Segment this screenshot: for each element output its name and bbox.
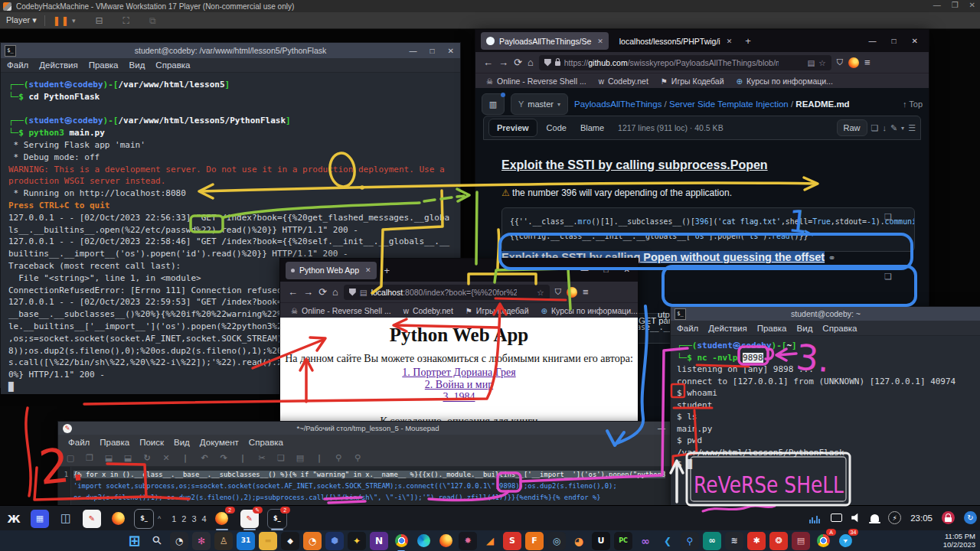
tab-localhost-phptwig[interactable]: localhost/lesson5/PHPTwig/i ✕ [614,32,737,50]
new-tab-button[interactable]: + [384,265,390,276]
menu-view[interactable]: Вид [129,60,145,70]
download-icon[interactable]: ↓ [882,123,887,132]
tab-code[interactable]: Code [541,123,573,132]
copy-raw-icon[interactable]: ❏ [871,123,879,133]
search-replace-icon[interactable]: ⚲ [351,452,364,465]
paste-icon[interactable]: ▤ [294,452,306,465]
keepass-lock-icon[interactable] [942,511,955,524]
home-icon[interactable]: ⌂ [528,57,534,68]
davinci-icon[interactable]: ✸ [459,532,477,550]
maximize-icon[interactable]: □ [892,37,897,45]
slack-icon[interactable]: ✻ [192,532,211,550]
visual-studio-icon[interactable]: ∞ [636,532,655,550]
menu-help[interactable]: Справка [822,324,857,333]
vscode-icon[interactable]: ❮ [658,532,677,550]
save-file-icon[interactable]: ⬓ [103,452,115,465]
firefox-account-icon[interactable] [848,57,859,68]
bookmark-star-icon[interactable]: ☆ [818,58,825,67]
edit-pencil-icon[interactable]: ✎ [890,123,897,133]
mousepad-editor[interactable]: 1 {% for x in ().__class__.__base__.__su… [58,467,678,508]
fullscreen-icon[interactable]: ⛶ [122,15,129,26]
bookmark-games[interactable]: ⚑Игры Кодебай [661,77,724,86]
terminal1-titlebar[interactable]: $_ student@codeby: /var/www/html/lesson5… [1,43,460,58]
app-menu-icon[interactable]: ≡ [583,286,589,298]
github-heading-subprocess-popen[interactable]: Exploit the SSTI by calling subprocess.P… [501,158,768,172]
save-as-icon[interactable]: ⬓ [122,452,134,465]
display-icon[interactable] [831,514,842,522]
assistant-icon[interactable]: ♙ [214,532,233,550]
telegram-icon[interactable]: 34 [836,532,854,550]
shotcut-icon[interactable]: S [503,532,521,550]
unreal-icon[interactable]: U [592,532,610,550]
carrot-icon[interactable]: ◢ [481,532,499,550]
new-tab-button[interactable]: + [745,35,751,47]
vmware-minimize-button[interactable]: — [933,1,941,9]
volume-icon[interactable] [851,513,861,523]
gauge-icon[interactable]: ◔ [170,532,188,550]
f-app-icon[interactable]: F [525,532,544,550]
start-icon[interactable]: ⊞ [126,532,144,550]
menu-help[interactable]: Справка [249,438,283,447]
chrome-profile-icon[interactable]: A [814,532,832,550]
mousepad-text[interactable]: {% for x in ().__class__.__base__.__subc… [74,469,678,508]
back-icon[interactable]: ← [288,286,298,298]
url-bar[interactable]: ▤ localhost:8080/index?book={%%20for%20x… [344,285,550,300]
unity-mode-icon[interactable]: ⊟ [95,15,103,26]
gear-red-1-icon[interactable]: ✱ [747,532,766,550]
terminal2-output[interactable]: ┌──(student㉿codeby)-[~]└─$ nc -nvlp 9898… [671,336,980,510]
menu-search[interactable]: Поиск [139,438,164,447]
branch-selector-button[interactable]: Y master ▾ [511,93,568,115]
tab-preview[interactable]: Preview [488,119,537,137]
arrows-icon[interactable]: ✦ [348,532,366,550]
undo-icon[interactable]: ↶ [198,452,211,465]
obsidian-icon[interactable]: ◆ [281,532,299,550]
back-to-top-link[interactable]: ↑ Top [903,99,923,109]
workspace-3[interactable]: 3 [191,514,196,523]
pocket-icon[interactable]: ⛉ [837,57,843,67]
reload-file-icon[interactable]: ↻ [141,452,153,465]
menu-view[interactable]: Вид [174,438,190,447]
minimize-icon[interactable]: — [581,266,589,274]
menu-actions[interactable]: Действия [708,324,746,333]
pause-caret[interactable]: ▾ [72,17,76,24]
anchor-link-icon[interactable]: ⚭ [828,253,836,263]
blender-icon[interactable]: ◕ [570,532,588,550]
reload-icon[interactable]: ⟳ [318,286,327,298]
copy-code-icon[interactable]: ❏ [884,272,923,282]
camtasia-icon[interactable]: ∞ [703,532,721,550]
bookmark-courses[interactable]: ⊕Курсы по информаци... [737,77,833,86]
menu-document[interactable]: Документ [200,438,239,447]
mousepad-titlebar[interactable]: ✎ *~/Рабочий стол/tmp_lesson_5 - Mousepa… [58,422,678,435]
firefox-launcher-icon[interactable] [109,510,127,528]
firefox-window-icon[interactable]: 2 [213,510,231,528]
minimize-icon[interactable]: — [410,47,417,55]
app-grid-icon[interactable]: ▦ [31,510,49,528]
pin-icon[interactable]: ⚲ [681,532,699,550]
menu-file[interactable]: Файл [68,438,90,447]
back-icon[interactable]: ← [483,57,493,68]
edit-caret-icon[interactable]: ▾ [901,125,904,132]
tab-close-icon[interactable]: ✕ [597,37,603,45]
minimize-icon[interactable]: — [658,424,665,432]
vmware-box-icon[interactable]: ⬢ [325,532,344,550]
host-clock[interactable]: 11:05 PM 10/2/2023 [943,532,975,549]
workspace-1[interactable]: 1 [172,514,176,523]
terminal-window-icon[interactable]: $_2 [268,510,286,528]
onenote-icon[interactable]: N [370,532,388,550]
mousepad-window-icon[interactable]: ✎✎ [240,510,259,528]
workspace-2[interactable]: 2 [181,514,186,523]
lens-icon[interactable]: ◎ [547,532,566,550]
open-file-icon[interactable]: ❐ [83,452,96,465]
terminal2-titlebar[interactable]: $_ student@codeby: ~ [671,307,980,321]
terminal-launcher-icon[interactable]: $_ [135,510,153,528]
forward-icon[interactable]: → [498,57,508,68]
breadcrumb-repo[interactable]: PayloadsAllTheThings [574,99,662,109]
workspace-switcher[interactable]: 1 2 3 4 [172,514,207,523]
workspace-4[interactable]: 4 [202,514,207,523]
search-icon[interactable]: ⚲ [332,452,345,465]
book-link-war-and-peace[interactable]: 2. Война и мир [280,379,638,391]
redo-icon[interactable]: ↷ [217,452,230,465]
app-menu-icon[interactable]: ≡ [864,57,871,68]
bookmark-games[interactable]: ⚑Игры Кодебай [466,306,529,315]
close-file-icon[interactable]: ✕ [160,452,172,465]
